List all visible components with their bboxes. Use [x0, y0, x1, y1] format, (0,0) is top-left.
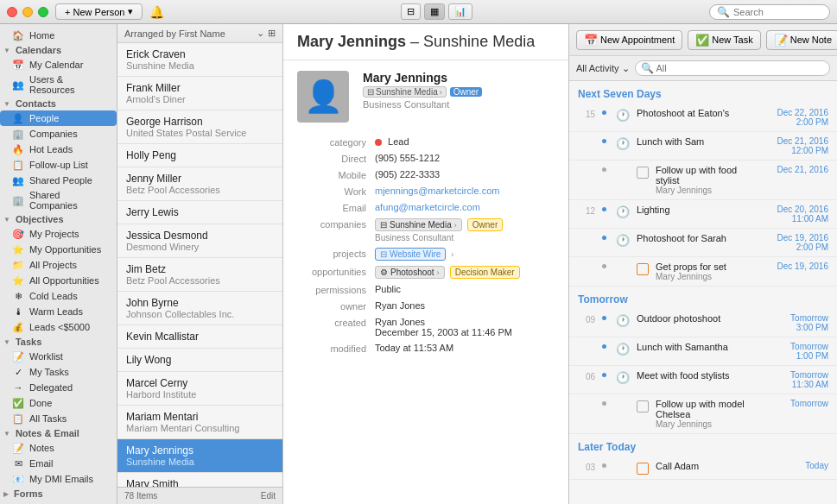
- sidebar-item-my-projects[interactable]: 🎯 My Projects: [0, 226, 117, 242]
- sidebar-item-worklist[interactable]: 📝 Worklist: [0, 349, 117, 364]
- new-note-button[interactable]: 📝 New Note: [766, 30, 837, 50]
- projects-label: projects: [297, 248, 375, 259]
- activity-search[interactable]: 🔍: [635, 60, 830, 76]
- sidebar-item-cold-leads[interactable]: ❄ Cold Leads: [0, 288, 117, 304]
- sidebar-group-tasks[interactable]: ▼ Tasks: [0, 335, 117, 349]
- filter-all-activity[interactable]: All Activity ⌄: [576, 63, 630, 74]
- category-value: Lead: [375, 136, 555, 147]
- chart-view-button[interactable]: 📊: [448, 3, 472, 20]
- maximize-button[interactable]: [38, 7, 48, 17]
- project-chip[interactable]: ⊟ Website Wire: [375, 248, 446, 261]
- sidebar-item-my-opportunities[interactable]: ⭐ My Opportunities: [0, 242, 117, 257]
- notifications-icon[interactable]: 🔔: [149, 5, 164, 19]
- users-icon: 👥: [12, 79, 24, 91]
- sidebar-item-people[interactable]: 👤 People: [0, 110, 117, 126]
- activity-item[interactable]: Follow up with model Chelsea Mary Jennin…: [569, 394, 837, 434]
- activity-content: Follow up with food stylist Mary Jenning…: [656, 165, 752, 195]
- contact-list-item[interactable]: Erick Craven Sunshine Media: [117, 43, 282, 77]
- sidebar-item-companies[interactable]: 🏢 Companies: [0, 126, 117, 142]
- activity-section: Later Today 03 Call Adam Today: [569, 434, 837, 480]
- sidebar-item-shared-people[interactable]: 👥 Shared People: [0, 173, 117, 188]
- activity-date-line2: 11:30 AM: [792, 380, 828, 389]
- activity-search-input[interactable]: [656, 63, 824, 73]
- companies-icon: 🏢: [12, 128, 24, 140]
- contact-list-item[interactable]: Lily Wong: [117, 349, 282, 372]
- sidebar-item-my-calendar[interactable]: 📅 My Calendar: [0, 57, 117, 72]
- sidebar-group-contacts[interactable]: ▼ Contacts: [0, 97, 117, 110]
- created-value: Ryan Jones December 15, 2003 at 11:46 PM: [375, 317, 555, 337]
- owner-label: owner: [297, 300, 375, 312]
- work-email-row: Work mjennings@marketcircle.com: [297, 186, 555, 197]
- sidebar-item-notes[interactable]: 📝 Notes: [0, 440, 117, 456]
- activity-item[interactable]: 🕐 Lunch with Samantha Tomorrow 1:00 PM: [569, 337, 837, 366]
- list-view-button[interactable]: ▦: [424, 3, 445, 20]
- contact-list-item[interactable]: Jenny Miller Betz Pool Accessories: [117, 167, 282, 201]
- sort-label[interactable]: Arranged by First Name: [124, 28, 253, 39]
- org-badge[interactable]: ⊟ Sunshine Media ›: [363, 86, 447, 98]
- activity-item[interactable]: 09 🕐 Outdoor photoshoot Tomorrow 3:00 PM: [569, 309, 837, 337]
- minimize-button[interactable]: [22, 7, 33, 17]
- contact-list-item[interactable]: Mariam Mentari Mariam Mentari Consulting: [117, 406, 282, 439]
- sidebar-item-home[interactable]: 🏠 Home: [0, 28, 117, 43]
- contact-list-item[interactable]: Mary Jennings Sunshine Media: [117, 439, 282, 473]
- sidebar-item-all-projects[interactable]: 📁 All Projects: [0, 257, 117, 273]
- sidebar-item-followup[interactable]: 📋 Follow-up List: [0, 157, 117, 173]
- task-checkbox[interactable]: [637, 167, 649, 179]
- sidebar-item-my-tasks[interactable]: ✓ My Tasks: [0, 364, 117, 380]
- sidebar-item-shared-companies[interactable]: 🏢 Shared Companies: [0, 188, 117, 212]
- activity-item[interactable]: Get props for set Mary Jennings Dec 19, …: [569, 257, 837, 287]
- new-person-button[interactable]: + New Person ▾: [55, 3, 143, 20]
- task-checkbox[interactable]: [637, 400, 649, 413]
- mobile-label: Mobile: [297, 169, 375, 180]
- sidebar-item-done[interactable]: ✅ Done: [0, 395, 117, 411]
- sidebar-item-email[interactable]: ✉ Email: [0, 456, 117, 471]
- activity-item[interactable]: 03 Call Adam Today: [569, 457, 837, 480]
- contact-list-item[interactable]: Jessica Desmond Desmond Winery: [117, 224, 282, 258]
- contact-item-company: Arnold's Diner: [126, 94, 274, 104]
- task-checkbox[interactable]: [637, 463, 649, 475]
- activity-item[interactable]: 🕐 Lunch with Sam Dec 21, 2016 12:00 PM: [569, 132, 837, 161]
- filter-icon[interactable]: ⊞: [268, 28, 276, 39]
- contact-list-item[interactable]: Marcel Cerny Harbord Institute: [117, 372, 282, 406]
- new-appointment-button[interactable]: 📅 New Appointment: [576, 30, 682, 50]
- sidebar-group-forms[interactable]: ▶ Forms: [0, 487, 117, 501]
- activity-item[interactable]: Follow up with food stylist Mary Jenning…: [569, 161, 837, 200]
- task-checkbox[interactable]: [637, 263, 649, 275]
- edit-label[interactable]: Edit: [261, 491, 276, 501]
- contact-list-item[interactable]: John Byrne Johnson Collectables Inc.: [117, 292, 282, 325]
- contact-list-item[interactable]: Mary Smith Smith & Associates: [117, 473, 282, 487]
- opportunity-name: Photoshoot: [390, 268, 434, 277]
- sidebar-item-leads-5000[interactable]: 💰 Leads <$5000: [0, 319, 117, 335]
- sidebar-item-users-resources[interactable]: 👥 Users & Resources: [0, 72, 117, 97]
- sidebar-item-all-tasks[interactable]: 📋 All Tasks: [0, 411, 117, 426]
- sidebar-item-warm-leads[interactable]: 🌡 Warm Leads: [0, 304, 117, 319]
- contact-list-item[interactable]: Kevin Mcallistar: [117, 325, 282, 349]
- sidebar-item-dmi-emails[interactable]: 📧 My DMI Emails: [0, 471, 117, 487]
- activity-item[interactable]: 12 🕐 Lighting Dec 20, 2016 11:00 AM: [569, 200, 837, 229]
- activity-type-icon: [616, 399, 630, 429]
- card-view-button[interactable]: ⊟: [401, 3, 421, 20]
- sidebar-group-notes-email[interactable]: ▼ Notes & Email: [0, 426, 117, 440]
- activity-item[interactable]: 🕐 Photoshoot for Sarah Dec 19, 2016 2:00…: [569, 229, 837, 257]
- global-search[interactable]: 🔍: [709, 4, 830, 20]
- sidebar-group-groups[interactable]: ▶ Groups: [0, 501, 117, 504]
- contact-list-item[interactable]: Jim Betz Betz Pool Accessories: [117, 258, 282, 292]
- contact-list-item[interactable]: George Harrison United States Postal Ser…: [117, 110, 282, 144]
- contact-list-item[interactable]: Frank Miller Arnold's Diner: [117, 77, 282, 110]
- contact-list-item[interactable]: Jerry Lewis: [117, 201, 282, 224]
- sidebar-group-calendars[interactable]: ▼ Calendars: [0, 43, 117, 57]
- activity-item[interactable]: 15 🕐 Photoshoot at Eaton's Dec 22, 2016 …: [569, 104, 837, 132]
- search-input[interactable]: [733, 7, 822, 17]
- activity-item[interactable]: 06 🕐 Meet with food stylists Tomorrow 11…: [569, 366, 837, 394]
- activity-content: Lunch with Samantha: [637, 342, 752, 361]
- sidebar-item-all-opportunities[interactable]: ⭐ All Opportunities: [0, 273, 117, 288]
- sidebar-group-objectives[interactable]: ▼ Objectives: [0, 212, 117, 226]
- new-task-button[interactable]: ✅ New Task: [688, 30, 760, 50]
- opportunity-chip[interactable]: ⚙ Photoshoot ›: [375, 266, 445, 279]
- sidebar-item-hot-leads[interactable]: 🔥 Hot Leads: [0, 142, 117, 157]
- contact-list-item[interactable]: Holly Peng: [117, 144, 282, 167]
- done-icon: ✅: [12, 397, 24, 409]
- sidebar-item-delegated[interactable]: → Delegated: [0, 380, 117, 395]
- close-button[interactable]: [7, 7, 17, 17]
- company-chip[interactable]: ⊟ Sunshine Media ›: [375, 218, 462, 231]
